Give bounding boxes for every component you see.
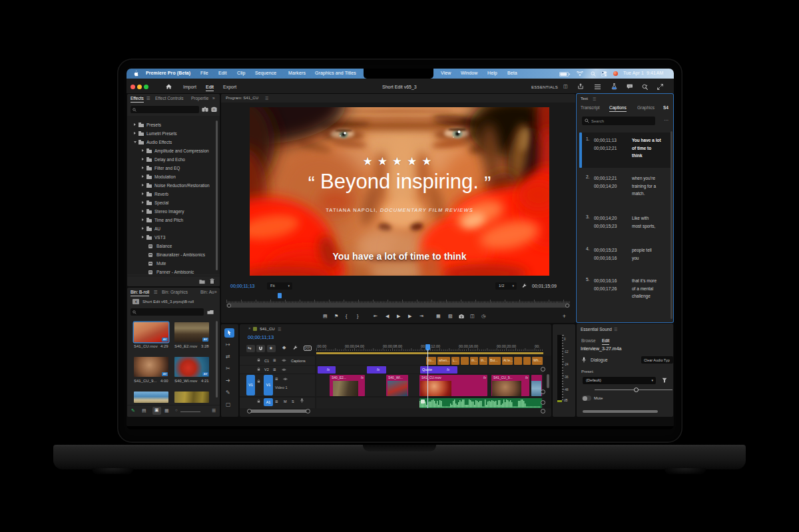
svg-text:33: 33 bbox=[212, 109, 215, 111]
